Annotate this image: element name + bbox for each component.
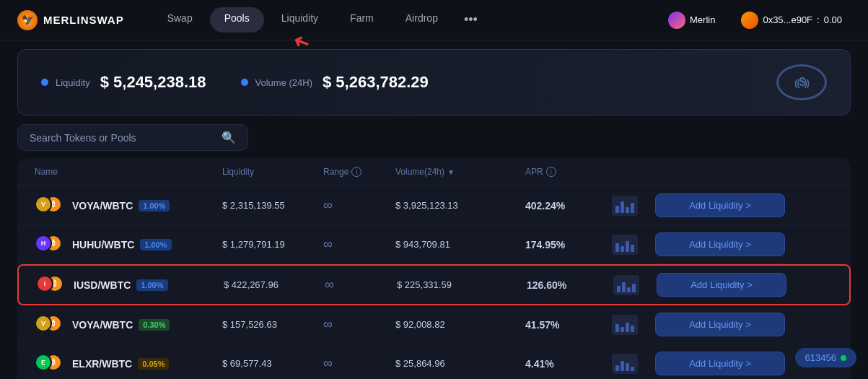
bar3 (626, 363, 629, 371)
volume-value: $ 92,008.82 (395, 319, 525, 330)
volume-stat: Volume (24H) $ 5,263,782.29 (241, 73, 429, 92)
range-value: ∞ (325, 277, 397, 292)
chart-icon[interactable] (612, 354, 638, 374)
liquidity-stat: Liquidity $ 5,245,238.18 (41, 73, 206, 92)
nav-pools[interactable]: Pools (210, 7, 264, 32)
th-action (655, 167, 785, 177)
nav-airdrop[interactable]: Airdrop (391, 7, 452, 32)
token-icon-voya: V (35, 315, 52, 332)
logo[interactable]: 🦅 MERLINSWAP (17, 10, 124, 30)
th-name: Name (35, 167, 222, 177)
nav-farm[interactable]: Farm (336, 7, 388, 32)
nav-swap[interactable]: Swap (153, 7, 207, 32)
bar3 (626, 207, 629, 213)
volume-sort-icon: ▼ (447, 168, 455, 176)
liquidity-dot (41, 79, 48, 86)
search-input[interactable] (30, 132, 216, 144)
bar1 (615, 206, 619, 213)
volume-value: $ 25,864.96 (395, 358, 525, 369)
bar3 (627, 287, 631, 292)
bar4 (631, 326, 634, 332)
liquidity-value: $ 1,279,791.19 (222, 239, 323, 250)
stats-bar: Liquidity $ 5,245,238.18 Volume (24H) $ … (17, 49, 851, 116)
range-info-icon[interactable]: i (351, 167, 361, 177)
search-icon: 🔍 (222, 131, 236, 144)
pair-cell: E ₿ ELXR/WBTC 0.05% (35, 354, 222, 374)
liquidity-label: Liquidity (56, 77, 90, 88)
token-icons: V ₿ (35, 315, 66, 335)
pair-name: VOYA/WBTC (72, 319, 133, 331)
liquidity-value: $ 5,245,238.18 (100, 73, 206, 92)
content-wrapper: Liquidity $ 5,245,238.18 Volume (24H) $ … (0, 49, 868, 379)
nav-more-dots[interactable]: ••• (455, 7, 486, 32)
volume-dot (241, 79, 248, 86)
apr-info-icon[interactable]: i (546, 167, 556, 177)
dollar-circle: (( $ )) (776, 64, 827, 100)
nav-liquidity[interactable]: Liquidity (267, 7, 333, 32)
pair-name: VOYA/WBTC (72, 200, 133, 212)
chart-icon[interactable] (613, 275, 639, 295)
bar1 (615, 243, 619, 252)
navbar: 🦅 MERLINSWAP Swap Pools Liquidity Farm A… (0, 0, 868, 40)
apr-value: 4.41% (525, 358, 612, 370)
liquidity-value: $ 422,267.96 (224, 279, 325, 290)
bar4 (631, 203, 634, 213)
bar4 (632, 284, 636, 292)
token-icons: E ₿ (35, 354, 66, 374)
dollar-icon-wrapper: (( $ )) (776, 64, 827, 100)
search-bar[interactable]: 🔍 (17, 124, 248, 151)
merlin-label: Merlin (690, 14, 715, 25)
chart-icon[interactable] (612, 315, 638, 335)
pair-cell: I ₿ IUSD/WBTC 1.00% (36, 275, 224, 295)
volume-label: Volume (24H) (255, 77, 312, 88)
nav-right: Merlin 0x35...e90F : 0.00 (659, 7, 851, 33)
wallet-address[interactable]: 0x35...e90F : 0.00 (732, 7, 851, 33)
add-liquidity-button[interactable]: Add Liquidity > (655, 232, 785, 256)
bar2 (622, 282, 626, 292)
add-liquidity-button[interactable]: Add Liquidity > (655, 313, 785, 336)
range-value: ∞ (323, 356, 395, 371)
pair-cell: V ₿ VOYA/WBTC 1.00% (35, 196, 222, 216)
token-icons: V ₿ (35, 196, 66, 216)
nav-links: Swap Pools Liquidity Farm Airdrop ••• (153, 7, 659, 32)
add-liquidity-button[interactable]: Add Liquidity > (657, 273, 786, 297)
table-row: E ₿ ELXR/WBTC 0.05% $ 69,577.43 ∞ $ 25,8… (17, 344, 851, 379)
block-number: 613456 (805, 352, 836, 363)
token-icon-voya: V (35, 196, 52, 213)
fee-badge: 0.05% (138, 358, 169, 370)
pair-cell: H ₿ HUHU/WBTC 1.00% (35, 235, 222, 255)
bar4 (631, 245, 634, 252)
wallet-merlin[interactable]: Merlin (659, 7, 724, 33)
bar1 (615, 365, 619, 371)
th-range: Range i (323, 167, 395, 177)
table-row: V ₿ VOYA/WBTC 0.30% $ 157,526.63 ∞ $ 92,… (17, 305, 851, 344)
wallet-balance-value: 0.00 (824, 14, 842, 25)
chart-icon[interactable] (612, 196, 638, 216)
pools-table: Name Liquidity Range i Volume(24h) ▼ APR… (17, 158, 851, 379)
add-liquidity-button[interactable]: Add Liquidity > (655, 352, 785, 375)
wallet-avatar (741, 12, 758, 29)
th-volume[interactable]: Volume(24h) ▼ (395, 167, 525, 177)
merlin-avatar (668, 12, 685, 29)
range-value: ∞ (323, 237, 395, 252)
bar2 (621, 246, 624, 252)
add-liquidity-button[interactable]: Add Liquidity > (655, 193, 785, 217)
logo-icon: 🦅 (17, 10, 38, 30)
apr-value: 41.57% (525, 319, 612, 331)
fee-badge: 0.30% (139, 319, 170, 331)
token-icon-elxr: E (35, 354, 52, 371)
bar1 (617, 286, 621, 292)
bar3 (626, 241, 629, 252)
liquidity-value: $ 69,577.43 (222, 358, 323, 369)
volume-value: $ 225,331.59 (397, 279, 527, 290)
chart-icon[interactable] (612, 235, 638, 255)
th-chart (612, 167, 655, 177)
pair-cell: V ₿ VOYA/WBTC 0.30% (35, 315, 222, 335)
apr-value: 126.60% (527, 279, 613, 291)
liquidity-value: $ 157,526.63 (222, 319, 323, 330)
liquidity-value: $ 2,315,139.55 (222, 200, 323, 211)
pair-name: IUSD/WBTC (74, 279, 131, 291)
apr-value: 174.95% (525, 239, 612, 251)
token-icons: I ₿ (36, 275, 68, 295)
table-row: I ₿ IUSD/WBTC 1.00% $ 422,267.96 ∞ $ 225… (17, 264, 851, 305)
